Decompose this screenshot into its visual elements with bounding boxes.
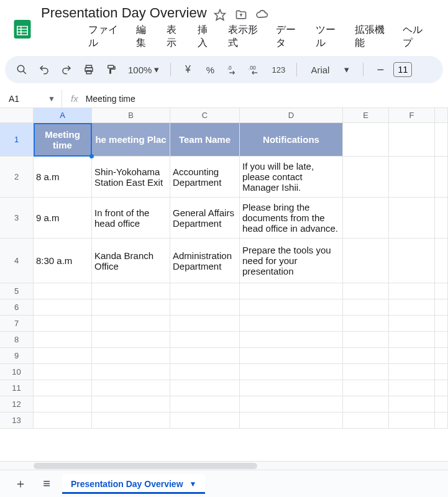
cell-header[interactable]: he meeting Plac bbox=[92, 123, 170, 157]
cell[interactable] bbox=[34, 316, 92, 332]
select-all-corner[interactable] bbox=[0, 108, 34, 123]
cell[interactable] bbox=[170, 380, 240, 396]
add-sheet-icon[interactable]: ＋ bbox=[10, 473, 31, 495]
cell[interactable] bbox=[240, 348, 343, 364]
cell[interactable] bbox=[240, 283, 343, 299]
menu-tools[interactable]: ツール bbox=[316, 24, 341, 50]
font-family-select[interactable]: Arial▾ bbox=[304, 64, 355, 75]
cell[interactable] bbox=[34, 283, 92, 299]
percent-button[interactable]: % bbox=[201, 60, 219, 79]
cell[interactable]: In front of the head office bbox=[92, 198, 170, 239]
row-header[interactable]: 10 bbox=[0, 364, 34, 380]
cell[interactable] bbox=[170, 332, 240, 348]
row-header[interactable]: 1 bbox=[0, 123, 34, 157]
cell[interactable] bbox=[343, 396, 389, 413]
sheets-logo[interactable] bbox=[10, 17, 35, 42]
row-header[interactable]: 5 bbox=[0, 283, 34, 299]
cell[interactable] bbox=[240, 396, 343, 413]
column-header[interactable]: E bbox=[343, 108, 389, 123]
row-header[interactable]: 12 bbox=[0, 396, 34, 413]
row-header[interactable]: 4 bbox=[0, 239, 34, 283]
menu-edit[interactable]: 編集 bbox=[136, 24, 153, 50]
row-header[interactable]: 2 bbox=[0, 157, 34, 198]
row-header[interactable]: 7 bbox=[0, 316, 34, 332]
cell[interactable] bbox=[389, 364, 435, 380]
print-icon[interactable] bbox=[80, 60, 98, 79]
formula-input[interactable]: Meeting time bbox=[86, 94, 135, 104]
cell[interactable] bbox=[343, 283, 389, 299]
sheet-tab-active[interactable]: Presentation Day Overview ▼ bbox=[62, 474, 205, 494]
cell[interactable] bbox=[34, 332, 92, 348]
cell[interactable] bbox=[435, 198, 448, 239]
row-header[interactable]: 8 bbox=[0, 332, 34, 348]
cell[interactable] bbox=[389, 157, 435, 198]
name-box[interactable]: A1 ▼ bbox=[0, 89, 62, 107]
cell[interactable] bbox=[435, 332, 448, 348]
column-header[interactable]: A bbox=[34, 108, 92, 123]
cell[interactable] bbox=[92, 316, 170, 332]
cell[interactable]: Administration Department bbox=[170, 239, 240, 283]
cell[interactable]: If you will be late, please contact Mana… bbox=[240, 157, 343, 198]
zoom-select[interactable]: 100%▾ bbox=[124, 64, 163, 75]
cell[interactable] bbox=[240, 332, 343, 348]
row-header[interactable]: 6 bbox=[0, 299, 34, 316]
cell-header[interactable]: Meeting time bbox=[34, 123, 92, 157]
cell[interactable] bbox=[240, 364, 343, 380]
cell[interactable] bbox=[389, 380, 435, 396]
cell[interactable] bbox=[389, 123, 435, 157]
cell[interactable] bbox=[389, 413, 435, 429]
cell[interactable] bbox=[92, 299, 170, 316]
cell[interactable] bbox=[343, 348, 389, 364]
menu-help[interactable]: ヘルプ bbox=[403, 24, 428, 50]
format-123-button[interactable]: 123 bbox=[268, 60, 289, 79]
cell[interactable] bbox=[170, 396, 240, 413]
cell[interactable] bbox=[92, 396, 170, 413]
cell[interactable] bbox=[389, 283, 435, 299]
cell[interactable] bbox=[170, 283, 240, 299]
cell[interactable] bbox=[435, 157, 448, 198]
cell[interactable] bbox=[343, 380, 389, 396]
menu-extensions[interactable]: 拡張機能 bbox=[355, 24, 389, 50]
cell[interactable]: Please bring the documents from the head… bbox=[240, 198, 343, 239]
cell[interactable] bbox=[240, 413, 343, 429]
currency-button[interactable]: ¥ bbox=[178, 60, 197, 79]
cell[interactable] bbox=[389, 198, 435, 239]
column-header[interactable]: F bbox=[389, 108, 435, 123]
cell[interactable] bbox=[389, 396, 435, 413]
cell[interactable] bbox=[389, 332, 435, 348]
cell[interactable] bbox=[34, 348, 92, 364]
row-header[interactable]: 9 bbox=[0, 348, 34, 364]
cell[interactable] bbox=[92, 380, 170, 396]
cell[interactable] bbox=[435, 364, 448, 380]
cell[interactable] bbox=[343, 316, 389, 332]
cell-header[interactable]: Team Name bbox=[170, 123, 240, 157]
menu-file[interactable]: ファイル bbox=[88, 24, 122, 50]
cell[interactable] bbox=[435, 299, 448, 316]
cell[interactable] bbox=[343, 239, 389, 283]
cell[interactable] bbox=[343, 198, 389, 239]
cell[interactable]: General Affairs Department bbox=[170, 198, 240, 239]
cell[interactable] bbox=[343, 364, 389, 380]
undo-icon[interactable] bbox=[35, 60, 53, 79]
column-header[interactable]: B bbox=[92, 108, 170, 123]
cell[interactable] bbox=[435, 380, 448, 396]
cell[interactable] bbox=[170, 348, 240, 364]
paint-format-icon[interactable] bbox=[102, 60, 121, 79]
row-header[interactable]: 11 bbox=[0, 380, 34, 396]
row-header[interactable]: 13 bbox=[0, 413, 34, 429]
cell[interactable] bbox=[435, 348, 448, 364]
star-icon[interactable] bbox=[214, 9, 226, 21]
row-header[interactable]: 3 bbox=[0, 198, 34, 239]
cell[interactable] bbox=[343, 413, 389, 429]
cell[interactable] bbox=[170, 316, 240, 332]
cell[interactable] bbox=[435, 413, 448, 429]
cell[interactable] bbox=[240, 299, 343, 316]
decrease-font-icon[interactable]: − bbox=[371, 60, 390, 79]
cell[interactable] bbox=[92, 283, 170, 299]
cell[interactable] bbox=[343, 123, 389, 157]
menu-insert[interactable]: 挿入 bbox=[198, 24, 214, 50]
cloud-status-icon[interactable] bbox=[256, 9, 268, 21]
cell[interactable] bbox=[92, 413, 170, 429]
cell[interactable] bbox=[389, 348, 435, 364]
document-title[interactable]: Presentation Day Overview bbox=[41, 5, 207, 21]
